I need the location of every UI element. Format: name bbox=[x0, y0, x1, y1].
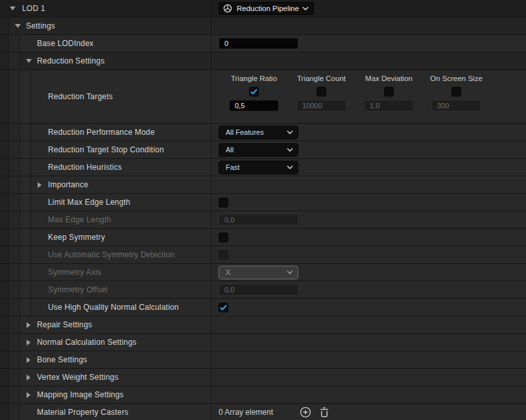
limit-max-edge-length-checkbox[interactable] bbox=[219, 198, 228, 207]
indent-gutter bbox=[0, 124, 9, 141]
indent-gutter bbox=[0, 369, 9, 386]
vertex-weight-name-pane: Vertex Weight Settings bbox=[20, 369, 211, 386]
row-reduction-target-stop-condition: Reduction Target Stop Condition All bbox=[0, 141, 526, 159]
indent-gutter bbox=[9, 369, 20, 386]
reduction-settings-value-pane bbox=[211, 52, 526, 69]
indent-gutter bbox=[0, 386, 9, 403]
collapse-arrow-icon[interactable] bbox=[25, 375, 32, 380]
indent-gutter bbox=[20, 176, 31, 193]
auto-symmetry-checkbox bbox=[219, 250, 228, 260]
row-mapping-image-settings: Mapping Image Settings bbox=[0, 386, 526, 404]
on-screen-size-label: On Screen Size bbox=[430, 75, 483, 84]
collapse-arrow-icon[interactable] bbox=[25, 322, 32, 328]
indent-gutter bbox=[0, 264, 9, 281]
repair-settings-name-pane: Repair Settings bbox=[20, 316, 211, 333]
symmetry-axis-dropdown: X bbox=[219, 266, 298, 279]
keep-symmetry-value-pane bbox=[211, 229, 526, 246]
normal-calculation-label: Normal Calculation Settings bbox=[37, 338, 136, 347]
stop-condition-name-pane: Reduction Target Stop Condition bbox=[31, 141, 211, 158]
chevron-down-icon bbox=[302, 6, 309, 10]
auto-symmetry-name-pane: Use Automatic Symmetry Detection bbox=[31, 246, 211, 263]
settings-label: Settings bbox=[26, 21, 55, 30]
reduction-targets-name-pane: Reduction Targets bbox=[31, 70, 211, 123]
indent-gutter bbox=[9, 35, 20, 52]
collapse-arrow-icon[interactable] bbox=[25, 392, 32, 398]
on-screen-size-checkbox[interactable] bbox=[451, 87, 461, 97]
row-use-automatic-symmetry-detection: Use Automatic Symmetry Detection bbox=[0, 246, 526, 264]
on-screen-size-input: 300 bbox=[431, 100, 481, 111]
indent-gutter bbox=[9, 141, 20, 158]
auto-symmetry-value-pane bbox=[211, 246, 526, 263]
add-array-element-button[interactable] bbox=[299, 406, 312, 419]
keep-symmetry-checkbox[interactable] bbox=[219, 233, 228, 242]
max-deviation-label: Max Deviation bbox=[365, 75, 412, 84]
reduction-targets-value-pane: Triangle Ratio 0,5 Triangle Count 10000 … bbox=[211, 70, 526, 123]
symmetry-axis-value: X bbox=[226, 268, 287, 276]
bone-settings-label: Bone Settings bbox=[37, 355, 87, 364]
performance-mode-value: All Features bbox=[226, 128, 287, 136]
row-material-property-casters: Material Property Casters 0 Array elemen… bbox=[0, 404, 526, 420]
mapping-image-value-pane bbox=[211, 386, 526, 403]
row-importance: Importance bbox=[0, 176, 526, 194]
heuristics-value-pane: Fast bbox=[211, 159, 526, 176]
delete-array-elements-button[interactable] bbox=[318, 406, 331, 419]
importance-name-pane: Importance bbox=[31, 176, 211, 193]
hq-normal-name-pane: Use High Quality Normal Calculation bbox=[31, 299, 211, 316]
target-column-triangle-count: Triangle Count 10000 bbox=[296, 75, 346, 111]
triangle-count-checkbox[interactable] bbox=[317, 87, 326, 97]
collapse-arrow-icon[interactable] bbox=[25, 340, 32, 345]
indent-gutter bbox=[20, 159, 31, 176]
indent-gutter bbox=[20, 211, 31, 228]
base-lod-index-input[interactable]: 0 bbox=[219, 38, 298, 49]
reduction-pipeline-dropdown[interactable]: Reduction Pipeline bbox=[219, 2, 314, 15]
heuristics-dropdown[interactable]: Fast bbox=[219, 161, 298, 174]
material-property-casters-label: Material Property Casters bbox=[37, 408, 128, 417]
triangle-count-label: Triangle Count bbox=[297, 75, 346, 84]
indent-gutter bbox=[9, 386, 20, 403]
expand-arrow-icon[interactable] bbox=[14, 24, 21, 28]
performance-mode-dropdown[interactable]: All Features bbox=[219, 126, 298, 139]
indent-gutter bbox=[9, 246, 20, 263]
indent-gutter bbox=[0, 194, 9, 211]
expand-arrow-icon[interactable] bbox=[25, 59, 32, 63]
indent-gutter bbox=[0, 299, 9, 316]
triangle-ratio-label: Triangle Ratio bbox=[231, 75, 277, 84]
triangle-ratio-input[interactable]: 0,5 bbox=[229, 100, 279, 111]
row-reduction-settings: Reduction Settings bbox=[0, 52, 526, 70]
max-deviation-checkbox[interactable] bbox=[384, 87, 394, 97]
row-max-edge-length: Max Edge Length 0,0 bbox=[0, 211, 526, 229]
collapse-arrow-icon[interactable] bbox=[36, 182, 43, 188]
row-vertex-weight-settings: Vertex Weight Settings bbox=[0, 369, 526, 386]
limit-max-edge-length-name-pane: Limit Max Edge Length bbox=[31, 194, 211, 211]
lod-1-value-pane: Reduction Pipeline bbox=[211, 0, 526, 17]
keep-symmetry-name-pane: Keep Symmetry bbox=[31, 229, 211, 246]
expand-arrow-icon[interactable] bbox=[8, 6, 16, 10]
repair-settings-value-pane bbox=[211, 316, 526, 333]
indent-gutter bbox=[0, 351, 9, 368]
keep-symmetry-label: Keep Symmetry bbox=[48, 233, 105, 242]
indent-gutter bbox=[9, 194, 20, 211]
indent-gutter bbox=[20, 124, 31, 141]
indent-gutter bbox=[20, 264, 31, 281]
chevron-down-icon bbox=[287, 165, 293, 169]
target-column-max-deviation: Max Deviation 1,0 bbox=[364, 75, 414, 111]
row-symmetry-offset: Symmetry Offset 0,0 bbox=[0, 281, 526, 299]
indent-gutter bbox=[9, 229, 20, 246]
indent-gutter bbox=[20, 299, 31, 316]
bone-settings-value-pane bbox=[211, 351, 526, 368]
importance-value-pane bbox=[211, 176, 526, 193]
hq-normal-value-pane bbox=[211, 299, 526, 316]
indent-gutter bbox=[9, 299, 20, 316]
hq-normal-checkbox[interactable] bbox=[219, 303, 228, 312]
triangle-ratio-checkbox[interactable] bbox=[249, 87, 259, 97]
row-keep-symmetry: Keep Symmetry bbox=[0, 229, 526, 246]
stop-condition-value-pane: All bbox=[211, 141, 526, 158]
stop-condition-value: All bbox=[226, 146, 287, 154]
collapse-arrow-icon[interactable] bbox=[25, 357, 32, 363]
triangle-count-input: 10000 bbox=[296, 100, 346, 111]
vertex-weight-value-pane bbox=[211, 369, 526, 386]
material-property-casters-value-pane: 0 Array element bbox=[211, 404, 526, 420]
stop-condition-dropdown[interactable]: All bbox=[219, 143, 298, 157]
reduction-pipeline-label: Reduction Pipeline bbox=[237, 5, 302, 12]
indent-gutter bbox=[9, 264, 20, 281]
